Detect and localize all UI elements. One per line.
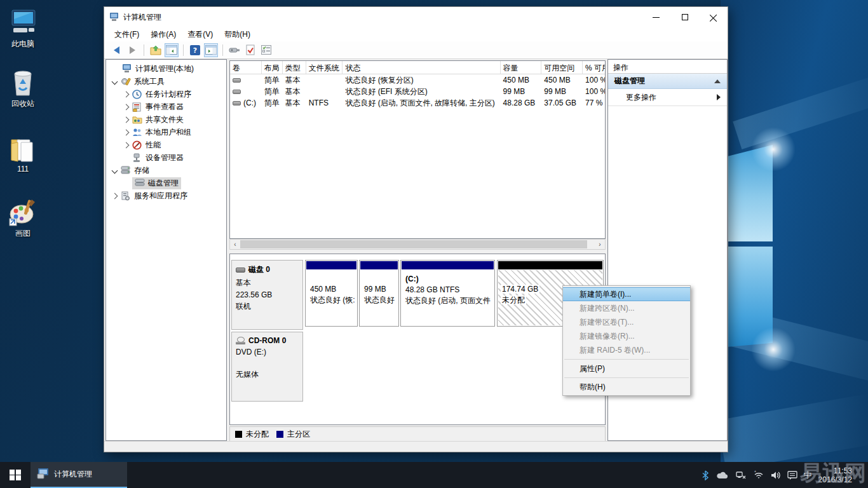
title-bar[interactable]: 计算机管理 xyxy=(104,7,728,27)
column-header-percent-free[interactable]: % 可用 xyxy=(583,61,605,74)
volume-row[interactable]: 简单 基本 状态良好 (EFI 系统分区) 99 MB 99 MB 100 % xyxy=(230,86,605,97)
wallpaper-hero xyxy=(721,0,868,462)
center-pane: 卷 布局 类型 文件系统 状态 容量 可用空间 % 可用 简单 基本 状态良好 … xyxy=(229,59,606,442)
close-button[interactable] xyxy=(699,7,728,27)
legend-bar: 未分配 主分区 xyxy=(229,426,606,442)
column-header-type[interactable]: 类型 xyxy=(283,61,306,74)
bluetooth-icon[interactable] xyxy=(701,470,710,480)
tree-item-local-users-groups[interactable]: 本地用户和组 xyxy=(106,126,226,139)
recycle-bin-icon xyxy=(8,69,37,97)
partition-efi[interactable]: 99 MB 状态良好 xyxy=(359,260,399,327)
desktop-icon-label: 画图 xyxy=(0,228,46,239)
disk0-status: 联机 xyxy=(236,301,299,312)
maximize-button[interactable] xyxy=(670,7,699,27)
desktop: 此电脑 回收站 111 xyxy=(0,0,868,488)
tree-item-task-scheduler[interactable]: 任务计划程序 xyxy=(106,88,226,100)
forward-button[interactable] xyxy=(125,43,139,57)
collapse-icon[interactable] xyxy=(714,79,721,83)
tree-item-storage[interactable]: 存储 xyxy=(106,164,226,177)
taskbar-clock[interactable]: 11:53 2016/3/12 xyxy=(818,466,855,484)
more-actions-item[interactable]: 更多操作 xyxy=(608,89,727,106)
column-header-filesystem[interactable]: 文件系统 xyxy=(306,61,343,74)
this-pc-icon xyxy=(8,9,37,37)
menu-item-new-striped-volume: 新建带区卷(T)... xyxy=(563,315,690,329)
task-scheduler-icon xyxy=(132,90,142,99)
cdrom-row: CD-ROM 0 DVD (E:) 无媒体 xyxy=(230,332,605,402)
taskbar-app-computer-management[interactable]: 计算机管理 xyxy=(31,462,127,488)
tree-item-performance[interactable]: 性能 xyxy=(106,139,226,151)
tasks-list-button[interactable] xyxy=(259,43,273,57)
menu-file[interactable]: 文件(F) xyxy=(109,28,144,41)
minimize-icon xyxy=(653,17,660,18)
back-button[interactable] xyxy=(109,43,123,57)
close-icon xyxy=(710,13,717,21)
tree-item-shared-folders[interactable]: 共享文件夹 xyxy=(106,113,226,126)
toggle-action-pane-button[interactable] xyxy=(204,43,218,57)
menu-view[interactable]: 查看(V) xyxy=(182,28,218,41)
notification-icon[interactable] xyxy=(787,471,797,480)
desktop-icon-folder-111[interactable]: 111 xyxy=(0,135,46,173)
volume-row[interactable]: 简单 基本 状态良好 (恢复分区) 450 MB 450 MB 100 % xyxy=(230,74,605,86)
legend-unallocated-swatch xyxy=(235,431,242,438)
volume-row[interactable]: (C:) 简单 基本 NTFS 状态良好 (启动, 页面文件, 故障转储, 主分… xyxy=(230,97,605,109)
collapsed-chevron-icon[interactable] xyxy=(123,129,130,135)
expanded-chevron-icon[interactable] xyxy=(112,167,118,173)
help-button[interactable]: ? xyxy=(188,43,202,57)
disk-icon xyxy=(236,268,245,273)
collapsed-chevron-icon[interactable] xyxy=(112,193,118,199)
column-header-free-space[interactable]: 可用空间 xyxy=(541,61,583,74)
up-folder-button[interactable] xyxy=(149,43,163,57)
desktop-icon-this-pc[interactable]: 此电脑 xyxy=(0,9,46,50)
menu-separator xyxy=(564,359,689,360)
wifi-icon[interactable]: * xyxy=(753,470,764,480)
cdrom-label[interactable]: CD-ROM 0 DVD (E:) 无媒体 xyxy=(231,332,303,402)
tree-item-system-tools[interactable]: 系统工具 xyxy=(106,75,226,88)
tree-item-services-applications[interactable]: 服务和应用程序 xyxy=(106,189,226,202)
check-disk-button[interactable] xyxy=(243,43,257,57)
menu-item-help[interactable]: 帮助(H) xyxy=(563,380,690,394)
collapsed-chevron-icon[interactable] xyxy=(123,104,130,110)
system-tray: * 中 11:53 2016/3/12 xyxy=(701,462,868,488)
menu-item-new-simple-volume[interactable]: 新建简单卷(I)... xyxy=(563,287,690,301)
desktop-icon-recycle-bin[interactable]: 回收站 xyxy=(0,69,46,109)
column-header-status[interactable]: 状态 xyxy=(342,61,500,74)
expanded-chevron-icon[interactable] xyxy=(112,78,118,85)
disk0-label[interactable]: 磁盘 0 基本 223.56 GB 联机 xyxy=(231,260,303,330)
cdrom-icon xyxy=(236,337,245,344)
collapsed-chevron-icon[interactable] xyxy=(123,91,130,97)
scroll-right-icon[interactable]: › xyxy=(595,240,605,249)
console-tree: 计算机管理(本地) 系统工具 任务计划程序 xyxy=(105,59,227,441)
desktop-icon-paint[interactable]: 画图 xyxy=(0,198,46,239)
tree-item-disk-management[interactable]: 磁盘管理 xyxy=(106,177,226,189)
minimize-button[interactable] xyxy=(642,7,670,27)
scrollbar-thumb[interactable] xyxy=(240,240,587,248)
ethernet-disconnected-icon[interactable] xyxy=(735,471,747,480)
glow xyxy=(751,127,796,172)
onedrive-cloud-icon[interactable] xyxy=(716,471,729,480)
volume-icon[interactable] xyxy=(771,471,781,480)
refresh-disk-button[interactable] xyxy=(227,43,241,57)
tree-item-event-viewer[interactable]: 事件查看器 xyxy=(106,100,226,113)
volume-icon xyxy=(233,101,241,105)
collapsed-chevron-icon[interactable] xyxy=(123,116,130,123)
tree-item-device-manager[interactable]: 设备管理器 xyxy=(106,151,226,164)
menu-action[interactable]: 操作(A) xyxy=(146,28,181,41)
collapsed-chevron-icon[interactable] xyxy=(123,142,130,148)
column-header-volume[interactable]: 卷 xyxy=(230,61,262,74)
column-header-capacity[interactable]: 容量 xyxy=(501,61,542,74)
start-button[interactable] xyxy=(0,462,31,488)
actions-disk-management-bar[interactable]: 磁盘管理 xyxy=(608,74,727,89)
menu-item-properties[interactable]: 属性(P) xyxy=(563,362,690,376)
console-tree-icon xyxy=(166,45,177,55)
ime-indicator[interactable]: 中 xyxy=(804,470,812,481)
partition-c[interactable]: (C:) 48.28 GB NTFS 状态良好 (启动, 页面文件 xyxy=(400,260,495,327)
scroll-left-icon[interactable]: ‹ xyxy=(230,240,240,249)
column-header-layout[interactable]: 布局 xyxy=(262,61,283,74)
shared-folders-icon xyxy=(132,115,142,125)
horizontal-scrollbar[interactable]: ‹ › xyxy=(229,239,606,250)
menu-help[interactable]: 帮助(H) xyxy=(219,28,255,41)
windows-logo-icon xyxy=(10,470,21,481)
toggle-console-tree-button[interactable] xyxy=(165,43,179,57)
tree-item-computer-management[interactable]: 计算机管理(本地) xyxy=(106,62,226,75)
partition-recovery[interactable]: 450 MB 状态良好 (恢: xyxy=(305,260,358,327)
